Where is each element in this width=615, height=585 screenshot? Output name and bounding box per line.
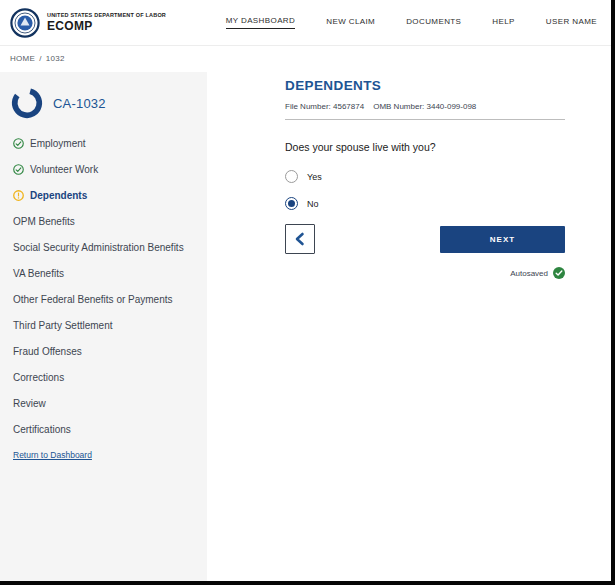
warning-circle-icon <box>13 190 24 201</box>
back-button[interactable] <box>285 224 315 254</box>
autosaved-label: Autosaved <box>510 269 548 278</box>
radio-group: YesNo <box>285 170 565 210</box>
sidebar-item-label: Third Party Settlement <box>13 320 112 331</box>
nav-my-dashboard[interactable]: MY DASHBOARD <box>226 16 296 29</box>
sidebar-item-volunteer-work[interactable]: Volunteer Work <box>0 156 207 182</box>
radio-unselected-icon <box>285 170 298 183</box>
sidebar-item-label: OPM Benefits <box>13 216 75 227</box>
sidebar-item-third-party-settlement[interactable]: Third Party Settlement <box>0 312 207 338</box>
radio-option-label: No <box>307 199 319 209</box>
sidebar-item-social-security-administration-benefits[interactable]: Social Security Administration Benefits <box>0 234 207 260</box>
sidebar-item-review[interactable]: Review <box>0 390 207 416</box>
autosaved-check-icon <box>553 267 565 279</box>
form-header: CA-1032 <box>0 86 207 120</box>
dol-seal-logo <box>10 8 40 38</box>
sidebar-item-opm-benefits[interactable]: OPM Benefits <box>0 208 207 234</box>
sidebar-item-label: VA Benefits <box>13 268 64 279</box>
omb-number: OMB Number: 3440-099-098 <box>373 102 476 111</box>
form-code: CA-1032 <box>53 96 106 111</box>
breadcrumb-separator: / <box>39 54 42 63</box>
breadcrumb-current: 1032 <box>46 54 65 63</box>
ecomp-window: UNITED STATES DEPARTMENT OF LABOR ECOMP … <box>0 0 615 585</box>
breadcrumb-home-link[interactable]: HOME <box>10 54 35 63</box>
radio-option-label: Yes <box>307 172 322 182</box>
brand[interactable]: UNITED STATES DEPARTMENT OF LABOR ECOMP <box>10 8 166 38</box>
breadcrumb: HOME / 1032 <box>10 54 65 63</box>
sidebar-nav: EmploymentVolunteer WorkDependentsOPM Be… <box>0 130 207 442</box>
sidebar-item-label: Dependents <box>30 190 87 201</box>
question-text: Does your spouse live with you? <box>285 141 565 153</box>
sidebar-item-label: Certifications <box>13 424 71 435</box>
main-content: DEPENDENTS File Number: 4567874 OMB Numb… <box>285 78 565 279</box>
file-number: File Number: 4567874 <box>285 102 364 111</box>
page-title: DEPENDENTS <box>285 78 565 93</box>
next-button[interactable]: NEXT <box>440 226 565 253</box>
progress-ring-icon <box>10 86 44 120</box>
nav-new-claim[interactable]: NEW CLAIM <box>326 17 375 29</box>
check-circle-icon <box>13 164 24 175</box>
sidebar-item-label: Corrections <box>13 372 64 383</box>
return-to-dashboard-link[interactable]: Return to Dashboard <box>13 450 92 460</box>
sidebar-item-va-benefits[interactable]: VA Benefits <box>0 260 207 286</box>
sidebar-item-certifications[interactable]: Certifications <box>0 416 207 442</box>
sidebar-item-label: Social Security Administration Benefits <box>13 242 184 253</box>
nav-help[interactable]: HELP <box>492 17 515 29</box>
check-circle-icon <box>13 138 24 149</box>
sidebar-item-label: Employment <box>30 138 86 149</box>
sidebar-item-other-federal-benefits-or-payments[interactable]: Other Federal Benefits or Payments <box>0 286 207 312</box>
autosave-status: Autosaved <box>285 267 565 279</box>
sidebar-item-dependents[interactable]: Dependents <box>0 182 207 208</box>
agency-name: UNITED STATES DEPARTMENT OF LABOR <box>47 12 166 18</box>
radio-selected-icon <box>285 197 298 210</box>
nav-user-name[interactable]: USER NAME <box>546 17 597 29</box>
radio-option-no[interactable]: No <box>285 197 565 210</box>
sidebar-item-label: Other Federal Benefits or Payments <box>13 294 173 305</box>
app-header: UNITED STATES DEPARTMENT OF LABOR ECOMP … <box>0 0 611 46</box>
nav-documents[interactable]: DOCUMENTS <box>406 17 461 29</box>
radio-option-yes[interactable]: Yes <box>285 170 565 183</box>
sidebar-item-corrections[interactable]: Corrections <box>0 364 207 390</box>
sidebar-item-employment[interactable]: Employment <box>0 130 207 156</box>
sidebar-item-label: Review <box>13 398 46 409</box>
sidebar: CA-1032 EmploymentVolunteer WorkDependen… <box>0 72 207 581</box>
actions-row: NEXT <box>285 224 565 254</box>
app-name: ECOMP <box>47 19 166 33</box>
chevron-left-icon <box>294 232 306 246</box>
sidebar-item-label: Fraud Offenses <box>13 346 82 357</box>
form-meta: File Number: 4567874 OMB Number: 3440-09… <box>285 102 565 120</box>
brand-text: UNITED STATES DEPARTMENT OF LABOR ECOMP <box>47 12 166 33</box>
top-nav: MY DASHBOARDNEW CLAIMDOCUMENTSHELPUSER N… <box>226 16 597 29</box>
sidebar-item-label: Volunteer Work <box>30 164 98 175</box>
sidebar-item-fraud-offenses[interactable]: Fraud Offenses <box>0 338 207 364</box>
